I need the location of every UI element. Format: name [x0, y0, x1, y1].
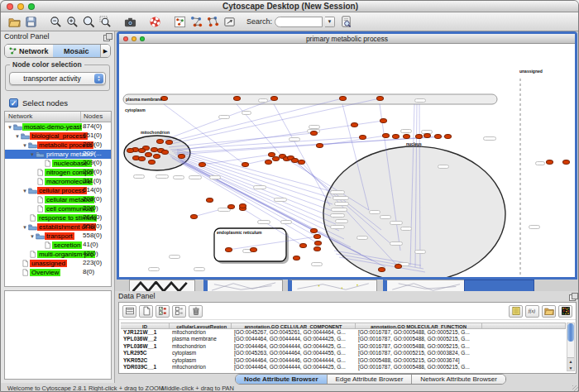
- network-node[interactable]: [310, 228, 318, 233]
- network-node[interactable]: [380, 118, 387, 123]
- table-column-header[interactable]: _cellularLayoutRegion: [170, 323, 232, 328]
- table-row[interactable]: YPL036W__1mitochondrion[GO:0044464, GO:0…: [121, 343, 566, 350]
- tree-row[interactable]: ▼mosaic-demo-yeast874(0): [5, 122, 111, 131]
- network-node[interactable]: [378, 267, 385, 272]
- network-node[interactable]: [138, 148, 146, 153]
- disclosure-triangle-icon[interactable]: ▼: [22, 189, 28, 194]
- network-node[interactable]: [351, 122, 358, 127]
- network-node[interactable]: [339, 96, 347, 101]
- network-node[interactable]: [190, 214, 198, 219]
- network-node[interactable]: [434, 134, 442, 139]
- tab-overflow-arrow-icon[interactable]: ▶: [100, 45, 110, 57]
- background-frame[interactable]: [383, 280, 468, 291]
- search-input[interactable]: [275, 17, 323, 27]
- disclosure-triangle-icon[interactable]: ▼: [29, 234, 36, 239]
- import-attributes-icon[interactable]: [542, 305, 556, 318]
- network-node[interactable]: [242, 162, 249, 167]
- network-frame[interactable]: primary metabolic process plasma membran…: [117, 31, 577, 280]
- network-node[interactable]: [178, 154, 185, 159]
- disclosure-triangle-icon[interactable]: ▼: [14, 134, 21, 139]
- zoom-in-icon[interactable]: [64, 14, 80, 29]
- tree-row[interactable]: nitrogen compo209(0): [5, 168, 111, 177]
- network-node[interactable]: [376, 96, 384, 101]
- select-nodes-checkbox[interactable]: ✓: [9, 98, 18, 108]
- scrollbar-arrows-icon[interactable]: ▲▼: [567, 357, 574, 370]
- tab-network[interactable]: Network: [5, 45, 53, 57]
- table-column-header[interactable]: annotation.GO CELLULAR_COMPONENT: [232, 323, 356, 328]
- tree-row[interactable]: ▼primary metabo209(...: [5, 150, 111, 159]
- delete-attribute-icon[interactable]: [189, 305, 203, 318]
- table-row[interactable]: YJR121W__1mitochondrion[GO:0045267, GO:0…: [121, 329, 566, 336]
- tree-row[interactable]: ▼metabolic process280(0): [5, 141, 111, 150]
- network-node[interactable]: [199, 162, 206, 167]
- network-canvas[interactable]: plasma membranecytoplasmmitochondrionnuc…: [119, 44, 575, 277]
- tab-edge-attribute-browser[interactable]: Edge Attribute Browser: [328, 375, 413, 384]
- attribute-matrix-icon[interactable]: [122, 305, 136, 318]
- network-node[interactable]: [206, 198, 213, 203]
- background-frame[interactable]: [203, 280, 283, 291]
- table-scrollbar[interactable]: ▲▼: [567, 323, 575, 371]
- zoom-fit-icon[interactable]: [80, 14, 97, 29]
- table-row[interactable]: YPL036W__2plasma membrane[GO:0044464, GO…: [121, 336, 566, 342]
- tree-row[interactable]: response to stimulu264(0): [5, 213, 111, 222]
- disclosure-triangle-icon[interactable]: ▼: [7, 125, 13, 130]
- network-node[interactable]: [233, 96, 241, 101]
- resize-grip[interactable]: [572, 385, 579, 392]
- new-attribute-icon[interactable]: [139, 305, 153, 318]
- network-node[interactable]: [153, 154, 160, 159]
- select-attributes-icon[interactable]: [156, 305, 170, 318]
- data-panel-float-icon[interactable]: [569, 293, 577, 300]
- tab-mosaic[interactable]: Mosaic: [53, 45, 101, 57]
- open-folder-icon[interactable]: [6, 14, 22, 29]
- background-frame[interactable]: [288, 280, 377, 291]
- network-node[interactable]: [165, 140, 173, 145]
- save-icon[interactable]: [22, 14, 39, 29]
- tree-row[interactable]: nucleobase-209(0): [5, 159, 111, 168]
- network-node[interactable]: [546, 160, 553, 165]
- network-node[interactable]: [145, 152, 152, 157]
- network-node[interactable]: [359, 135, 366, 140]
- table-column-header[interactable]: annotation.GO MOLECULAR_FUNCTION: [356, 323, 482, 328]
- zoom-out-icon[interactable]: [47, 14, 64, 29]
- network-node[interactable]: [444, 134, 452, 139]
- tree-row[interactable]: cellular metabol209(0): [5, 195, 111, 204]
- disclosure-triangle-icon[interactable]: ▼: [22, 143, 28, 148]
- layout-red-icon[interactable]: [204, 14, 221, 29]
- network-node[interactable]: [138, 156, 146, 161]
- network-node[interactable]: [148, 160, 156, 165]
- disclosure-triangle-icon[interactable]: ▼: [22, 225, 28, 230]
- notes-icon[interactable]: [509, 305, 523, 318]
- search-dropdown-icon[interactable]: ▼: [325, 17, 335, 27]
- unselect-attributes-icon[interactable]: [172, 305, 186, 318]
- network-node[interactable]: [161, 150, 169, 155]
- network-node[interactable]: [403, 134, 410, 139]
- tree-row[interactable]: cell communicat22(0): [5, 204, 111, 213]
- annotation-icon[interactable]: [221, 14, 237, 29]
- network-node[interactable]: [395, 264, 402, 269]
- tree-row[interactable]: ▼transport558(0): [5, 232, 111, 241]
- heatmap-icon[interactable]: [558, 305, 572, 318]
- search-config-icon[interactable]: [337, 14, 354, 29]
- birdseye-icon[interactable]: [171, 14, 188, 29]
- birdseye-view-panel[interactable]: [4, 290, 112, 380]
- tree-col-network[interactable]: Network: [5, 112, 81, 122]
- network-node[interactable]: [562, 160, 570, 165]
- network-node[interactable]: [313, 246, 321, 251]
- network-node[interactable]: [225, 247, 232, 252]
- network-node[interactable]: [156, 139, 164, 144]
- scrollbar-thumb[interactable]: [567, 323, 574, 342]
- camera-icon[interactable]: [122, 14, 138, 29]
- network-node[interactable]: [415, 134, 423, 139]
- tree-row[interactable]: ▼cellular process614(0): [5, 186, 111, 195]
- network-node[interactable]: [316, 143, 323, 148]
- zoom-region-icon[interactable]: [97, 14, 113, 29]
- network-frame-titlebar[interactable]: primary metabolic process: [119, 34, 575, 44]
- network-node[interactable]: [270, 96, 278, 101]
- network-node[interactable]: [127, 148, 134, 153]
- tree-row[interactable]: secretion41(0): [5, 241, 111, 250]
- network-node[interactable]: [382, 133, 390, 138]
- network-node[interactable]: [298, 160, 305, 165]
- tree-row[interactable]: unassigned223(0): [5, 259, 111, 268]
- network-node[interactable]: [265, 160, 272, 165]
- table-row[interactable]: YLR295Ccytoplasm[GO:0045263, GO:0044464,…: [121, 350, 566, 356]
